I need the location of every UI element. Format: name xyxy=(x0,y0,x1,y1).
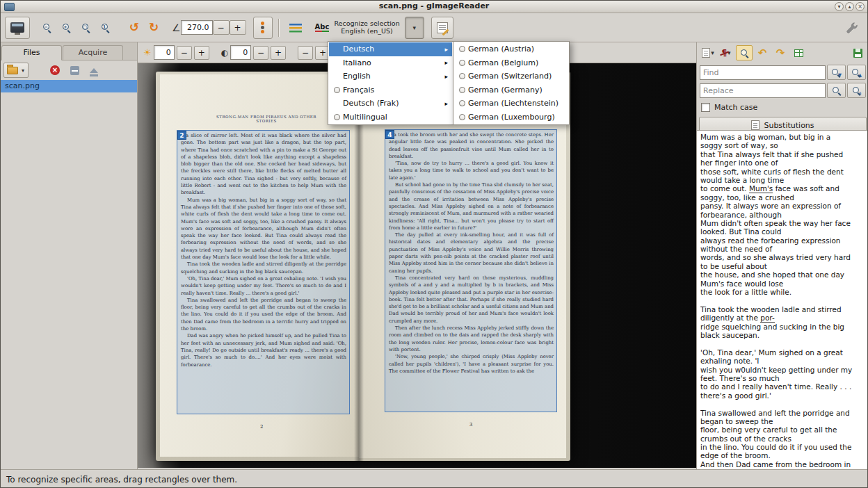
remove-icon: × xyxy=(50,65,60,75)
submenu-item-german-luxembourg[interactable]: German (Luxembourg) xyxy=(454,111,568,124)
tab-files[interactable]: Files xyxy=(1,45,62,60)
output-line: there's a good girl.' xyxy=(700,391,865,400)
brightness-value[interactable]: 0 xyxy=(154,45,175,60)
contrast-increase-button[interactable]: + xyxy=(271,46,286,60)
book-paragraph: y a slice of mirror left. Most of it was… xyxy=(181,132,346,197)
export-button[interactable] xyxy=(790,45,807,60)
wrench-icon xyxy=(846,22,858,34)
radio-icon xyxy=(459,46,465,52)
main-toolbar: − + □ 1 ↺ ↻ ∠ 270.0 − + Abc Recogn xyxy=(1,13,867,42)
zoom-in-button[interactable]: + xyxy=(56,17,76,39)
replace-input[interactable] xyxy=(700,83,826,98)
output-line xyxy=(700,339,865,348)
output-line: edge of the broom. xyxy=(700,451,865,459)
file-list-item[interactable]: scan.png xyxy=(1,80,137,92)
selection-region-2[interactable]: 2 y a slice of mirror left. Most of it w… xyxy=(177,130,350,414)
language-menu-items: Deutsch▸Italiano▸English▸FrançaisDeutsch… xyxy=(329,42,452,124)
image-controls-button[interactable] xyxy=(285,17,306,39)
menu-item-deutsch-frak[interactable]: Deutsch (Frak)▸ xyxy=(329,97,452,111)
find-prev-button[interactable]: ▲ xyxy=(847,65,866,80)
match-case-checkbox[interactable] xyxy=(701,103,710,112)
output-line: soggy, too, like a crushed xyxy=(700,193,865,202)
book-paragraph: 'Now, young people,' she chirped crisply… xyxy=(389,353,554,375)
radio-icon xyxy=(459,114,465,120)
radio-icon xyxy=(334,87,340,93)
output-line: her finger into one of xyxy=(700,158,865,167)
zoom-out-button[interactable]: − xyxy=(37,17,56,39)
find-next-button[interactable]: ▼ xyxy=(827,65,846,80)
remove-file-button[interactable]: × xyxy=(47,63,63,78)
settings-button[interactable] xyxy=(841,17,863,39)
rotate-mode-button[interactable] xyxy=(253,17,273,39)
search-down-icon xyxy=(831,68,840,77)
output-pane: ▾ ¶ ▾ ↶ ↷ ▼ xyxy=(696,42,868,469)
clear-files-button[interactable] xyxy=(86,63,102,78)
menu-item-english[interactable]: English▸ xyxy=(329,70,452,83)
output-toolbar: ▾ ¶ ▾ ↶ ↷ xyxy=(697,42,868,63)
rotate-mode-icon xyxy=(261,22,264,33)
save-output-button[interactable] xyxy=(849,45,866,60)
contrast-value[interactable]: 0 xyxy=(230,45,251,60)
brightness-increase-button[interactable]: + xyxy=(194,46,209,60)
menu-item-multilingual[interactable]: Multilingual xyxy=(329,111,452,124)
chevron-down-icon: ▾ xyxy=(412,24,416,31)
resolution-decrease-button[interactable]: − xyxy=(298,46,313,60)
rotate-left-button[interactable]: ↺ xyxy=(124,17,144,39)
save-icon xyxy=(853,49,862,58)
table-icon xyxy=(794,49,803,57)
angle-increase-button[interactable]: + xyxy=(230,20,246,35)
replace-all-button[interactable]: a xyxy=(847,83,866,98)
toolbar-separator xyxy=(278,19,280,37)
rotate-right-button[interactable]: ↻ xyxy=(144,17,163,39)
right-region-text: ina took the broom with her and she swep… xyxy=(389,131,554,375)
zoom-fit-button[interactable]: □ xyxy=(76,17,95,39)
undo-button[interactable]: ↶ xyxy=(754,45,771,60)
language-submenu-items: German (Austria)German (Belgium)German (… xyxy=(454,42,568,124)
zoom-original-button[interactable]: 1 xyxy=(95,17,115,39)
redo-button[interactable]: ↷ xyxy=(772,45,789,60)
menu-item-fran-ais[interactable]: Français xyxy=(329,83,452,97)
contrast-icon: ◐ xyxy=(221,48,228,58)
submenu-arrow-icon: ▸ xyxy=(444,100,448,107)
contrast-decrease-button[interactable]: − xyxy=(253,46,268,60)
misspelled-word: w0uldn't xyxy=(735,366,766,374)
find-replace-toggle[interactable] xyxy=(736,45,753,60)
recognize-button[interactable]: Abc Recognize selection English (en_US) xyxy=(310,17,405,39)
submenu-item-german-liechtenstein[interactable]: German (Liechtenstein) xyxy=(454,97,568,111)
output-pane-toggle-button[interactable] xyxy=(431,17,453,39)
recognize-language-dropdown-button[interactable]: ▾ xyxy=(405,17,424,39)
rotation-angle-value[interactable]: 270.0 xyxy=(181,20,213,35)
chevron-down-icon[interactable]: ▾ xyxy=(19,67,26,74)
open-file-button[interactable]: ▾ xyxy=(3,63,29,78)
submenu-item-german-germany[interactable]: German (Germany) xyxy=(454,83,568,97)
output-line: Tina took the wooden ladle and stirred xyxy=(700,305,865,314)
zoom-out-icon: − xyxy=(42,23,51,32)
shade-window-button[interactable]: ▾ xyxy=(835,2,844,11)
delete-file-button[interactable] xyxy=(66,63,83,78)
recognize-language-label: English (en_US) xyxy=(341,28,392,35)
output-line: Tina swallowed and left the porridge and xyxy=(700,409,865,417)
unshade-window-button[interactable]: ▴ xyxy=(845,2,854,11)
running-header: STRONG-MAN FROM PIRAEUS AND OTHER STORIE… xyxy=(207,115,326,123)
replace-button[interactable] xyxy=(827,83,846,98)
titlebar[interactable]: scan.png - gImageReader ▾ ▴ × xyxy=(1,1,867,13)
menu-item-deutsch[interactable]: Deutsch▸ xyxy=(329,42,452,56)
region-badge-4: 4 xyxy=(385,130,394,139)
submenu-arrow-icon: ▸ xyxy=(444,73,448,80)
strip-line-breaks-button[interactable]: ¶ ▾ xyxy=(718,45,734,60)
close-window-button[interactable]: × xyxy=(855,2,865,11)
find-input[interactable] xyxy=(700,65,826,80)
output-line xyxy=(700,400,865,408)
angle-decrease-button[interactable]: − xyxy=(213,20,230,35)
submenu-item-german-austria[interactable]: German (Austria) xyxy=(454,42,568,56)
submenu-item-german-belgium[interactable]: German (Belgium) xyxy=(454,56,568,70)
output-textarea[interactable]: Mum was a big woman, but big in asoggy s… xyxy=(697,130,868,469)
output-line: Mum's face would lose xyxy=(700,279,865,288)
insert-mode-button[interactable]: ▾ xyxy=(700,45,716,60)
menu-item-italiano[interactable]: Italiano▸ xyxy=(329,56,452,70)
tab-acquire[interactable]: Acquire xyxy=(63,45,123,60)
brightness-decrease-button[interactable]: − xyxy=(177,46,192,60)
scanner-button[interactable] xyxy=(5,17,30,39)
selection-region-4[interactable]: 4 ina took the broom with her and she sw… xyxy=(385,129,557,412)
submenu-item-german-switzerland[interactable]: German (Switzerland) xyxy=(454,70,568,83)
